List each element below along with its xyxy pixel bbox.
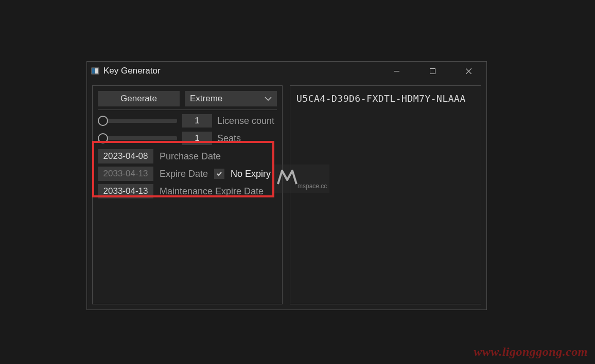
check-icon	[216, 171, 222, 177]
no-expiry-checkbox[interactable]	[214, 169, 224, 179]
svg-rect-4	[430, 68, 435, 74]
no-expiry-label: No Expiry	[231, 169, 271, 179]
tier-selected-label: Extreme	[190, 94, 265, 104]
app-window: Key Generator Generate Extreme	[86, 61, 487, 310]
generate-button[interactable]: Generate	[98, 91, 180, 106]
controls-panel: Generate Extreme 1 License count	[92, 85, 283, 304]
expire-date-input[interactable]: 2033-04-13	[98, 167, 153, 181]
svg-rect-1	[92, 68, 95, 74]
purchase-date-label: Purchase Date	[160, 151, 221, 162]
seats-slider[interactable]	[98, 133, 177, 143]
purchase-date-input[interactable]: 2023-04-08	[98, 149, 153, 163]
license-count-slider[interactable]	[98, 116, 177, 126]
maintenance-date-input[interactable]: 2033-04-13	[98, 184, 153, 198]
expire-date-label: Expire Date	[160, 169, 208, 179]
close-button[interactable]	[450, 62, 486, 80]
titlebar[interactable]: Key Generator	[87, 62, 486, 80]
svg-rect-2	[95, 68, 98, 74]
window-title: Key Generator	[103, 66, 378, 76]
divider	[98, 110, 277, 110]
license-count-value[interactable]: 1	[182, 114, 212, 128]
tier-select[interactable]: Extreme	[185, 91, 277, 106]
chevron-down-icon	[265, 96, 272, 101]
output-panel: U5CA4-D39D6-FXDTL-HDM7Y-NLAAA	[290, 85, 481, 304]
maintenance-date-label: Maintenance Expire Date	[160, 186, 264, 197]
generated-key[interactable]: U5CA4-D39D6-FXDTL-HDM7Y-NLAAA	[295, 91, 476, 106]
minimize-button[interactable]	[378, 62, 414, 80]
window-controls	[378, 62, 486, 80]
seats-value[interactable]: 1	[182, 132, 212, 145]
watermark-url: www.ligonggong.com	[474, 345, 588, 359]
license-count-label: License count	[217, 116, 274, 126]
app-icon	[91, 67, 99, 75]
maximize-button[interactable]	[414, 62, 450, 80]
seats-label: Seats	[217, 133, 241, 144]
